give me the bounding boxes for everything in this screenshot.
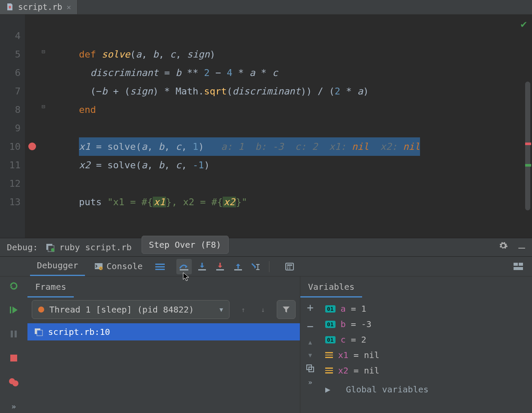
error-stripe-marker[interactable]	[525, 143, 531, 145]
frame-item[interactable]: script.rb:10	[27, 323, 300, 340]
svg-rect-24	[10, 355, 17, 361]
svg-rect-9	[198, 269, 206, 270]
force-step-into-button[interactable]	[212, 259, 228, 274]
debug-toolwindow-header: Debug: ruby script.rb Step Over (F8) —	[0, 238, 532, 257]
duplicate-watch-button[interactable]	[306, 364, 314, 372]
global-variables-node[interactable]: ▶ Global variables	[325, 382, 527, 397]
move-up-button[interactable]: ▲	[308, 339, 312, 346]
svg-rect-6	[155, 266, 165, 267]
method-name: solve	[102, 49, 130, 60]
tooltip-step-over: Step Over (F8)	[142, 236, 229, 254]
thread-selector[interactable]: Thread 1 [sleep] (pid 84822) ▼	[32, 300, 230, 319]
debug-label: Debug:	[7, 242, 38, 252]
svg-rect-16	[287, 268, 288, 269]
variables-panel: Variables + − ▲ ▼ » 01 a = 1 01 b = -3 0…	[300, 276, 532, 413]
move-down-button[interactable]: ▼	[308, 352, 312, 358]
rerun-button[interactable]	[7, 279, 21, 293]
variables-toolbar: + − ▲ ▼ »	[300, 298, 320, 401]
inline-hint: a: 1 b: -3 c: 2 x1: nil x2: nil	[221, 141, 420, 152]
next-frame-button[interactable]: ↓	[257, 306, 269, 314]
variable-item[interactable]: 01 a = 1	[325, 301, 527, 316]
close-tab-icon[interactable]: ×	[66, 3, 71, 12]
editor-scrollbar[interactable]	[524, 32, 531, 236]
keyword-def: def	[79, 49, 96, 60]
thread-label: Thread 1 [sleep] (pid 84822)	[49, 304, 194, 315]
variables-title[interactable]: Variables	[300, 276, 362, 298]
svg-rect-28	[37, 330, 42, 336]
thread-dump-button[interactable]	[152, 259, 168, 274]
remove-watch-button[interactable]: −	[307, 320, 314, 333]
ruby-file-icon	[6, 3, 14, 11]
minimize-toolwindow-icon[interactable]: —	[518, 241, 525, 254]
fold-start-icon[interactable]: ⊟	[40, 48, 46, 54]
int-badge-icon: 01	[325, 321, 336, 328]
code[interactable]: def solve(a, b, c, sign) discriminant = …	[79, 15, 420, 238]
svg-rect-20	[514, 267, 523, 270]
int-badge-icon: 01	[325, 305, 336, 313]
stop-button[interactable]	[7, 351, 21, 365]
frames-title[interactable]: Frames	[27, 276, 74, 298]
step-into-button[interactable]	[194, 259, 210, 274]
svg-rect-21	[10, 307, 11, 313]
frames-panel: Frames Thread 1 [sleep] (pid 84822) ▼ ↑ …	[27, 276, 300, 413]
fold-end-icon[interactable]: ⊟	[40, 103, 46, 109]
console-icon	[94, 262, 103, 270]
svg-rect-17	[289, 268, 290, 269]
variable-item[interactable]: x1 = nil	[325, 347, 527, 363]
new-watch-button[interactable]: +	[307, 301, 314, 314]
inspection-ok-icon[interactable]: ✔	[521, 18, 527, 30]
prev-frame-button[interactable]: ↑	[237, 306, 249, 314]
editor[interactable]: 45678910111213 ⊟ ⊟ def solve(a, b, c, si…	[0, 15, 532, 238]
ide-root: script.rb × 45678910111213 ⊟ ⊟ def solve…	[0, 0, 532, 413]
svg-rect-19	[519, 263, 523, 266]
tab-debugger[interactable]: Debugger	[30, 257, 85, 276]
variable-list: 01 a = 1 01 b = -3 01 c = 2 x1 = nil x2 …	[320, 298, 532, 401]
breakpoint-dot[interactable]	[28, 143, 36, 150]
thread-status-icon	[38, 307, 44, 313]
svg-rect-7	[155, 269, 165, 270]
more-actions-button[interactable]: »	[7, 399, 21, 413]
frame-list: script.rb:10	[27, 322, 300, 340]
nil-badge-icon	[325, 367, 333, 374]
svg-rect-18	[514, 263, 518, 266]
svg-rect-14	[287, 267, 288, 267]
stackframe-icon	[34, 328, 43, 336]
debug-body: » Frames Thread 1 [sleep] (pid 84822) ▼ …	[0, 276, 532, 413]
variable-item[interactable]: 01 c = 2	[325, 332, 527, 347]
variable-item[interactable]: x2 = nil	[325, 363, 527, 378]
svg-point-2	[51, 248, 54, 252]
run-to-cursor-button[interactable]	[248, 259, 264, 274]
chevron-down-icon: ▼	[220, 306, 223, 313]
nil-badge-icon	[325, 352, 333, 358]
tab-console[interactable]: Console	[88, 258, 149, 276]
variable-item[interactable]: 01 b = -3	[325, 316, 527, 332]
keyword-end: end	[79, 104, 96, 115]
scrollbar-thumb[interactable]	[525, 82, 530, 210]
resume-button[interactable]	[7, 303, 21, 317]
frame-label: script.rb:10	[48, 327, 110, 337]
filter-frames-button[interactable]	[277, 300, 296, 319]
svg-rect-13	[287, 264, 292, 266]
int-badge-icon: 01	[325, 336, 336, 343]
layout-settings-button[interactable]	[511, 259, 526, 274]
step-out-button[interactable]	[230, 259, 246, 274]
globals-label: Global variables	[346, 384, 429, 395]
more-watches-button[interactable]: »	[308, 378, 312, 386]
svg-rect-23	[15, 331, 17, 337]
editor-tab-script[interactable]: script.rb ×	[0, 0, 78, 14]
debugger-toolbar: Debugger Console	[0, 257, 532, 276]
execution-line: x1 = solve(a, b, c, 1) a: 1 b: -3 c: 2 x…	[79, 137, 420, 156]
ok-stripe-marker[interactable]	[525, 164, 531, 167]
pause-button[interactable]	[7, 327, 21, 341]
debug-settings-icon[interactable]	[499, 241, 508, 254]
view-breakpoints-button[interactable]	[7, 375, 21, 389]
debug-left-toolbar: »	[0, 276, 27, 413]
svg-rect-15	[289, 267, 290, 267]
gutter: 45678910111213	[0, 15, 25, 238]
run-config-icon	[45, 243, 55, 252]
svg-rect-11	[234, 269, 242, 270]
debug-session[interactable]: ruby script.rb	[45, 242, 132, 252]
svg-rect-8	[180, 269, 188, 270]
debug-session-name: ruby script.rb	[59, 242, 132, 252]
evaluate-expression-button[interactable]	[282, 259, 297, 274]
